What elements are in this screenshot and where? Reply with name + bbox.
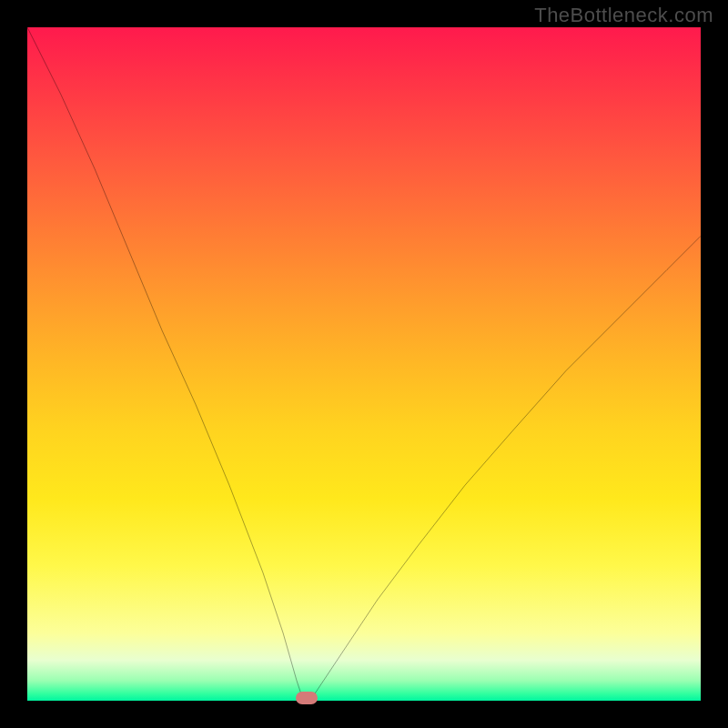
optimum-marker <box>296 692 318 704</box>
curve-svg <box>27 27 701 701</box>
bottleneck-curve <box>27 27 701 701</box>
watermark-text: TheBottleneck.com <box>534 4 713 27</box>
chart-frame: TheBottleneck.com <box>0 0 728 728</box>
